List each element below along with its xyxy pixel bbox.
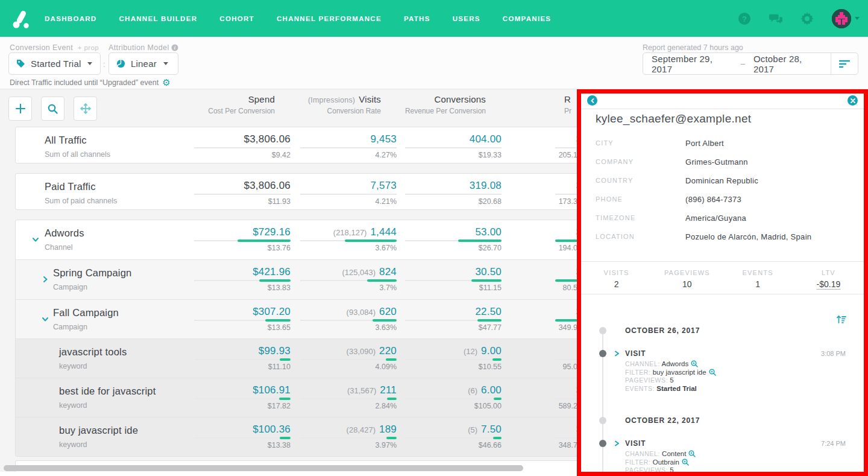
cell-visits: (28,427)189 3.97% [276,417,397,456]
cell-spend: $100.36 $13.38 [170,417,291,456]
date-end: October 28, 2017 [745,54,831,74]
visit-detail-line: PAGEVIEWS: 5 [625,376,716,385]
cell-visits: (125,043)824 3.7% [276,260,397,299]
nav-item-cohort[interactable]: COHORT [219,15,254,22]
back-button[interactable] [587,95,597,106]
zoom-in-icon[interactable] [691,360,698,367]
stat-value: 10 [682,279,692,289]
conversion-event-dropdown[interactable]: Started Trial [8,52,101,75]
nav-item-channel-builder[interactable]: CHANNEL BUILDER [119,15,197,22]
profit-percent: 348.71% [486,441,588,449]
field-value: Dominican Republic [685,176,758,185]
profit-percent: 349.91% [486,323,588,332]
user-field-row: TIMEZONE America/Guyana [581,209,864,228]
date-dash: – [741,59,745,68]
nav-item-dashboard[interactable]: DASHBOARD [45,15,96,22]
date-range-picker[interactable]: September 29, 2017 – October 28, 2017 [643,52,858,75]
profit-percent: 80.56% [486,284,588,292]
user-field-row: COUNTRY Dominican Republic [581,172,864,191]
timeline-dot [599,417,606,424]
avatar[interactable] [832,9,851,28]
stat: EVENTS 1 [723,262,793,294]
zoom-in-icon[interactable] [709,369,716,376]
stat[interactable]: LTV -$0.19 [793,262,864,294]
stat-label: VISITS [581,269,652,276]
nav-item-paths[interactable]: PATHS [404,15,430,22]
nav-item-channel-performance[interactable]: CHANNEL PERFORMANCE [277,15,382,22]
horizontal-scrollbar[interactable] [4,465,523,471]
expander-icon[interactable] [42,276,49,283]
visit-details: CHANNEL: AdwordsFILTER: buy javascript i… [625,360,716,393]
timeline-date-label: OCTOBER 22, 2017 [625,416,700,425]
main-area: Spend Cost Per Conversion (Impressions)V… [0,89,868,476]
visit-details: CHANNEL: ContentFILTER: OutbrainPAGEVIEW… [625,450,696,472]
column-visits[interactable]: (Impressions)Visits Conversion Rate [260,94,381,115]
user-field-row: COMPANY Grimes-Gutmann [581,153,864,172]
cell-spend: $106.91 $17.82 [170,378,291,417]
user-menu[interactable] [832,9,860,28]
sort-order-icon[interactable] [837,315,846,324]
field-label: COMPANY [596,158,634,165]
impressions-value: (125,043) [342,268,376,277]
separator: : [103,60,105,69]
field-value: (896) 864-7373 [685,195,741,204]
expand-visit-icon[interactable] [614,351,620,357]
row-subtitle: Channel [45,243,73,252]
stat-label: PAGEVIEWS [652,269,722,276]
row-subtitle: keyword [59,362,87,370]
row-subtitle: Campaign [53,323,87,331]
info-icon[interactable]: i [171,44,178,51]
user-email: kylee_schaefer@example.net [596,112,751,125]
nav-item-users[interactable]: USERS [453,15,480,22]
row-subtitle: keyword [59,440,87,449]
date-filter-icon[interactable] [831,60,858,68]
panel-header [581,94,864,109]
field-label: PHONE [596,195,623,203]
conversion-event-value: Started Trial [31,59,81,69]
cell-spend: $99.93 $11.10 [170,339,291,378]
expander-icon[interactable] [32,236,39,243]
app-logo-icon[interactable] [11,8,31,29]
field-value: Port Albert [685,139,724,148]
cell-visits: (33,090)220 4.09% [276,339,397,378]
tag-icon [16,59,25,68]
top-nav: DASHBOARDCHANNEL BUILDERCOHORTCHANNEL PE… [0,0,868,37]
cell-spend: $3,806.06 $9.42 [170,127,291,167]
zoom-in-icon[interactable] [682,459,689,466]
column-conversions[interactable]: Conversions Revenue Per Conversion [365,94,486,115]
attribution-model-value: Linear [131,59,157,69]
impressions-value: (93,084) [347,308,376,317]
impressions-value: (218,127) [333,228,367,237]
timeline-date-label: OCTOBER 26, 2017 [625,326,700,335]
chat-icon[interactable] [769,12,782,25]
help-icon[interactable]: ? [738,12,751,25]
add-prop-link[interactable]: + prop [78,44,99,51]
row-title: Fall Campaign [53,307,119,319]
nav-item-companies[interactable]: COMPANIES [503,15,552,22]
visit-time: 3:08 PM [821,350,846,357]
profit-percent: 194.04% [486,244,588,252]
timeline-dot [599,350,606,357]
expand-visit-icon[interactable] [614,440,620,446]
row-title: javascript tools [59,346,127,358]
settings-gear-icon[interactable]: ⚙ [162,78,170,87]
row-title: All Traffic [45,135,87,146]
expander-icon[interactable] [42,316,49,323]
field-value: Grimes-Gutmann [685,157,748,167]
stat-label: LTV [793,269,864,276]
row-title: Adwords [45,227,84,239]
cell-spend: $3,806.06 $11.93 [170,174,291,213]
row-title: buy javascript ide [59,425,138,436]
visit-detail-line: PAGEVIEWS: 5 [625,466,696,472]
zoom-in-icon[interactable] [688,450,696,457]
stat-value: 1 [755,279,760,289]
column-spend[interactable]: Spend Cost Per Conversion [154,94,275,115]
attribution-model-dropdown[interactable]: Linear [108,52,178,75]
profit-percent: 205.18% [486,151,588,159]
stat: VISITS 2 [581,262,652,294]
attribution-model-label: Attribution Model i [108,43,178,52]
visit-label: VISIT [625,439,646,448]
close-icon[interactable] [848,95,858,106]
gear-icon[interactable] [800,12,814,25]
direct-traffic-note: Direct Traffic included until “Upgraded”… [10,78,171,87]
